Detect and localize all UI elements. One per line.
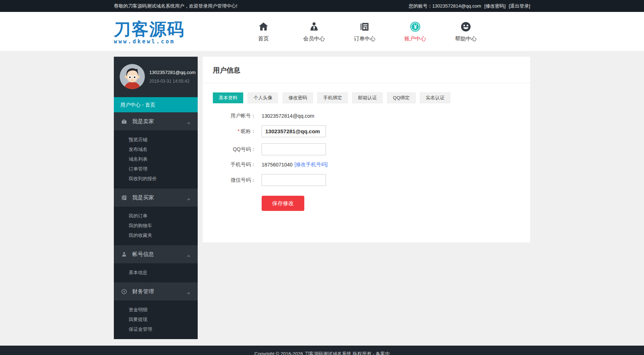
- sidebar-item-fund-details[interactable]: 资金明细: [114, 305, 198, 315]
- main-nav: 首页 会员中心: [238, 21, 491, 42]
- nav-item-help-center[interactable]: 帮助中心: [441, 21, 491, 42]
- chevron-up-icon: [187, 122, 190, 124]
- profile-email: 1302357281@qq.com: [149, 70, 196, 75]
- site-logo[interactable]: 刀客源码 www.dkewl.com: [114, 18, 185, 44]
- logout-link[interactable]: [退出登录]: [509, 3, 530, 9]
- help-smiley-icon: [460, 21, 471, 32]
- sidebar-item-my-orders[interactable]: 我的订单: [114, 211, 198, 221]
- sidebar-submenu-account-info: 基本信息: [114, 263, 198, 282]
- qq-field-label: QQ号码：: [203, 146, 256, 153]
- phone-field-value: 18756071040: [262, 162, 293, 168]
- svg-text:¥: ¥: [123, 290, 125, 293]
- avatar: [120, 64, 145, 89]
- nav-item-member-center[interactable]: 会员中心: [289, 21, 339, 42]
- news-list-icon: [121, 195, 127, 201]
- change-password-link[interactable]: [修改密码]: [484, 3, 506, 9]
- tab-realname-verification[interactable]: 实名认证: [420, 92, 450, 103]
- welcome-message: 尊敬的刀客源码测试域名系统用户，欢迎登录用户管理中心!: [114, 3, 237, 9]
- page-title: 用户信息: [203, 57, 530, 83]
- sidebar-item-my-cart[interactable]: 我的购物车: [114, 221, 198, 230]
- logo-title: 刀客源码: [114, 21, 185, 38]
- sidebar-section-buyer[interactable]: 我是买家: [114, 189, 198, 207]
- account-field-label: 用户帐号：: [203, 113, 256, 119]
- wechat-number-input[interactable]: [262, 174, 326, 186]
- user-info-form: 用户帐号： 13023572814@qq.com *昵称： QQ号码： 手机号码…: [203, 103, 530, 225]
- member-icon: [309, 21, 319, 32]
- tab-change-password[interactable]: 修改密码: [283, 92, 313, 103]
- sidebar-submenu-buyer: 我的订单 我的购物车 我的收藏夹: [114, 207, 198, 245]
- sidebar-item-publish-domain[interactable]: 发布域名: [114, 144, 198, 154]
- account-email: 13023572814@qq.com: [432, 3, 481, 9]
- tab-avatar[interactable]: 个人头像: [248, 92, 278, 103]
- nickname-input[interactable]: [262, 125, 326, 137]
- coin-icon: ¥: [121, 289, 127, 295]
- sidebar-section-finance[interactable]: ¥ 财务管理: [114, 282, 198, 300]
- sidebar: 1302357281@qq.com 2019-03-31 14:55:42 用户…: [114, 57, 198, 339]
- tab-basic-profile[interactable]: 基本资料: [213, 92, 243, 103]
- sidebar-item-received-quotes[interactable]: 我收到的报价: [114, 174, 198, 183]
- phone-field-label: 手机号码：: [203, 161, 256, 168]
- sidebar-item-basic-info[interactable]: 基本信息: [114, 268, 198, 277]
- topbar-account-area: 您的账号：13023572814@qq.com [修改密码] [退出登录]: [409, 3, 530, 9]
- account-label: 您的账号：: [409, 3, 432, 9]
- svg-text:¥: ¥: [414, 24, 417, 30]
- copyright-text: Copyright © 2016-2026 刀客源码测试域名系统 版权所有 - …: [254, 351, 390, 355]
- sidebar-item-deposit-management[interactable]: 保证金管理: [114, 324, 198, 334]
- profile-datetime: 2019-03-31 14:55:42: [149, 79, 196, 84]
- sidebar-section-account-info[interactable]: 帐号信息: [114, 245, 198, 263]
- tab-phone-binding[interactable]: 手机绑定: [317, 92, 348, 103]
- change-phone-link[interactable]: [修改手机号码]: [295, 161, 328, 168]
- chevron-up-icon: [187, 198, 190, 200]
- sidebar-profile: 1302357281@qq.com 2019-03-31 14:55:42: [114, 57, 198, 97]
- chevron-up-icon: [187, 292, 190, 294]
- sidebar-item-order-management[interactable]: 订单管理: [114, 164, 198, 174]
- sidebar-submenu-finance: 资金明细 我要提现 保证金管理: [114, 300, 198, 339]
- person-icon: [121, 251, 127, 257]
- logo-subtitle: www.dkewl.com: [114, 39, 185, 44]
- required-asterisk: *: [238, 128, 240, 134]
- sidebar-item-domain-list[interactable]: 域名列表: [114, 154, 198, 164]
- tab-bar: 基本资料 个人头像 修改密码 手机绑定 邮箱认证 QQ绑定 实名认证: [203, 83, 530, 103]
- tab-email-verification[interactable]: 邮箱认证: [352, 92, 383, 103]
- sidebar-submenu-seller: 预览店铺 发布域名 域名列表 订单管理 我收到的报价: [114, 130, 198, 189]
- order-icon: [359, 21, 370, 32]
- sidebar-banner-user-center-home[interactable]: 用户中心 - 首页: [114, 97, 198, 112]
- save-button[interactable]: 保存修改: [262, 196, 304, 211]
- briefcase-icon: [121, 118, 127, 125]
- nickname-field-label: *昵称：: [203, 128, 256, 135]
- sidebar-item-preview-shop[interactable]: 预览店铺: [114, 135, 198, 144]
- sidebar-item-my-favorites[interactable]: 我的收藏夹: [114, 230, 198, 240]
- content-area: 1302357281@qq.com 2019-03-31 14:55:42 用户…: [0, 57, 644, 339]
- sidebar-item-withdraw[interactable]: 我要提现: [114, 315, 198, 324]
- main-panel: 用户信息 基本资料 个人头像 修改密码 手机绑定 邮箱认证 QQ绑定 实名认证 …: [203, 57, 530, 242]
- wechat-field-label: 微信号码：: [203, 177, 256, 183]
- footer: Copyright © 2016-2026 刀客源码测试域名系统 版权所有 - …: [0, 346, 644, 355]
- nav-item-home[interactable]: 首页: [238, 21, 289, 42]
- yuan-coin-icon: ¥: [410, 21, 421, 32]
- home-icon: [258, 21, 269, 32]
- chevron-up-icon: [187, 255, 190, 257]
- topbar: 尊敬的刀客源码测试域名系统用户，欢迎登录用户管理中心! 您的账号：1302357…: [0, 0, 644, 12]
- nav-item-order-center[interactable]: 订单中心: [339, 21, 390, 42]
- nav-item-account-center[interactable]: ¥ 账户中心: [390, 21, 441, 42]
- sidebar-section-seller[interactable]: 我是卖家: [114, 112, 198, 130]
- account-field-value: 13023572814@qq.com: [262, 113, 314, 119]
- qq-number-input[interactable]: [262, 143, 326, 155]
- header: 刀客源码 www.dkewl.com 首页 会员中心: [0, 12, 644, 51]
- tab-qq-binding[interactable]: QQ绑定: [387, 92, 415, 103]
